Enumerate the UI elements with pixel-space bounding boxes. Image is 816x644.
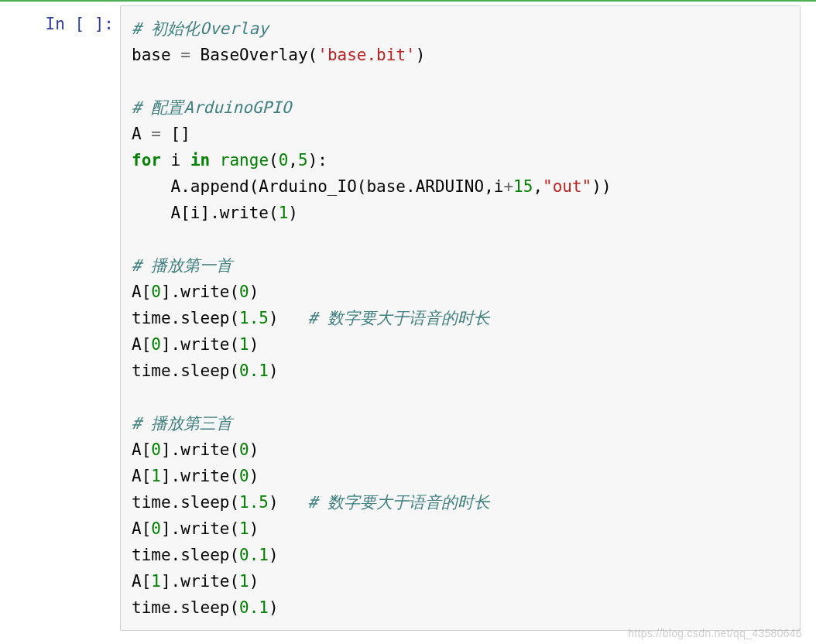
code-line[interactable]: A[1].write(1) [132, 568, 789, 594]
code-line[interactable] [132, 226, 789, 252]
code-line[interactable]: A.append(Arduino_IO(base.ARDUINO,i+15,"o… [132, 173, 789, 200]
code-token: 1.5 [239, 493, 269, 512]
code-line[interactable]: A[0].write(1) [132, 516, 789, 542]
code-input[interactable]: # 初始化Overlaybase = BaseOverlay('base.bit… [120, 5, 801, 631]
code-token: = [151, 125, 161, 143]
code-token: 5 [298, 151, 308, 170]
code-token: ].write( [161, 440, 239, 459]
code-line[interactable]: time.sleep(0.1) [132, 358, 789, 384]
code-token: A[ [132, 335, 151, 354]
code-token: A [132, 125, 151, 143]
code-token: [] [161, 125, 190, 143]
code-token: 0 [151, 519, 161, 538]
code-token: "out" [543, 177, 591, 196]
code-token: ].write( [161, 572, 239, 591]
code-token: time.sleep( [132, 309, 239, 327]
code-token: 1 [151, 467, 161, 485]
code-line[interactable]: A = [] [132, 121, 789, 147]
code-token: 'base.bit' [317, 46, 415, 64]
code-token: time.sleep( [132, 493, 239, 512]
watermark-text: https://blog.csdn.net/qq_43580646 [628, 627, 802, 639]
code-token: 0 [151, 440, 161, 459]
code-token: ): [308, 151, 327, 170]
code-token: ( [269, 151, 279, 170]
code-token: A[ [132, 467, 151, 485]
code-token: ) [269, 598, 279, 617]
code-token: ) [249, 335, 259, 354]
code-token: A[i].write( [132, 204, 279, 222]
code-token: ].write( [161, 467, 239, 485]
code-token: ) [249, 440, 259, 459]
code-token: , [288, 151, 298, 170]
code-token: time.sleep( [132, 546, 239, 564]
code-token: ) [249, 519, 259, 538]
code-token: 1 [239, 572, 249, 591]
code-token: ].write( [161, 335, 239, 354]
code-token: 0.1 [239, 361, 269, 380]
code-token: # 数字要大于语音的时长 [308, 493, 490, 512]
code-line[interactable]: base = BaseOverlay('base.bit') [132, 42, 789, 68]
code-token: ].write( [161, 519, 239, 538]
code-token: 0 [151, 335, 161, 354]
code-line[interactable]: time.sleep(1.5) # 数字要大于语音的时长 [132, 489, 789, 516]
code-token: 0 [239, 440, 249, 459]
code-line[interactable]: A[1].write(0) [132, 463, 789, 489]
code-line[interactable]: # 播放第一首 [132, 252, 789, 279]
code-token: ) [288, 204, 298, 222]
code-token: # 播放第三首 [132, 414, 232, 433]
code-token: = [180, 46, 190, 64]
code-token: base [132, 46, 180, 64]
code-token: 0 [239, 283, 249, 301]
code-token: ) [269, 546, 279, 564]
cell-prompt: In [ ]: [0, 5, 120, 631]
code-token: 0 [151, 283, 161, 301]
code-token: BaseOverlay( [190, 46, 317, 64]
code-line[interactable]: A[i].write(1) [132, 200, 789, 226]
code-token: )) [591, 177, 611, 196]
code-line[interactable]: time.sleep(0.1) [132, 594, 789, 621]
code-token: for [132, 151, 161, 170]
code-token: range [220, 151, 269, 170]
code-token: time.sleep( [132, 361, 239, 380]
code-token: # 数字要大于语音的时长 [308, 309, 490, 327]
code-line[interactable]: time.sleep(1.5) # 数字要大于语音的时长 [132, 305, 789, 331]
code-token: 0.1 [239, 546, 269, 564]
code-token: 1 [279, 204, 289, 222]
code-token: , [533, 177, 543, 196]
code-token: time.sleep( [132, 598, 239, 617]
code-token: ) [269, 361, 279, 380]
code-token: ) [416, 46, 426, 64]
code-token: 1.5 [239, 309, 269, 327]
code-token: ].write( [161, 283, 239, 301]
code-line[interactable]: A[0].write(1) [132, 331, 789, 358]
code-line[interactable]: time.sleep(0.1) [132, 542, 789, 568]
code-token: A[ [132, 283, 151, 301]
code-line[interactable]: # 播放第三首 [132, 410, 789, 437]
code-token: A.append(Arduino_IO(base.ARDUINO,i [132, 177, 503, 196]
code-line[interactable] [132, 68, 789, 94]
code-token: A[ [132, 519, 151, 538]
code-token: in [190, 151, 210, 170]
code-line[interactable] [132, 384, 789, 410]
code-line[interactable]: A[0].write(0) [132, 437, 789, 463]
code-token [210, 151, 220, 170]
code-token: + [503, 177, 513, 196]
code-token: 1 [239, 335, 249, 354]
code-token: ) [249, 467, 259, 485]
code-token: # 初始化Overlay [132, 19, 269, 38]
code-token: 0.1 [239, 598, 269, 617]
code-line[interactable]: for i in range(0,5): [132, 147, 789, 173]
code-line[interactable]: # 初始化Overlay [132, 15, 789, 42]
code-token: 1 [151, 572, 161, 591]
notebook-cell: In [ ]: # 初始化Overlaybase = BaseOverlay('… [0, 2, 816, 635]
code-line[interactable]: A[0].write(0) [132, 279, 789, 305]
code-token: 0 [239, 467, 249, 485]
code-token: 1 [239, 519, 249, 538]
code-token: # 播放第一首 [132, 256, 232, 275]
code-token: i [161, 151, 190, 170]
code-token: 0 [279, 151, 289, 170]
code-token: A[ [132, 440, 151, 459]
code-token: ) [269, 493, 308, 512]
code-line[interactable]: # 配置ArduinoGPIO [132, 94, 789, 121]
code-token: A[ [132, 572, 151, 591]
